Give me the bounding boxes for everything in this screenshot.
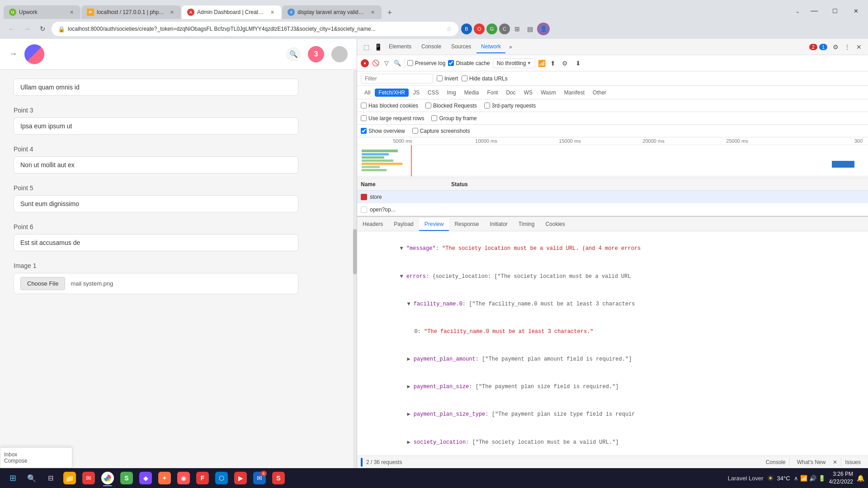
upwork-close-icon[interactable]: ✕ <box>68 9 75 16</box>
console-bottom-btn[interactable]: Console <box>762 458 790 466</box>
point5-input[interactable] <box>14 195 298 212</box>
whats-new-btn[interactable]: What's New <box>793 458 830 466</box>
console-tab[interactable]: Console <box>417 41 446 53</box>
large-rows-checkbox[interactable] <box>361 115 367 121</box>
back-arrow-btn[interactable]: → <box>9 49 17 59</box>
details-tab-response[interactable]: Response <box>449 218 484 231</box>
clock[interactable]: 3:26 PM 4/22/2022 <box>829 470 853 486</box>
taskbar-app-chrome[interactable] <box>99 469 117 487</box>
network-row-open[interactable]: open?op... <box>357 203 868 216</box>
taskbar-app-s1[interactable]: S <box>118 469 136 487</box>
taskbar-app-orange[interactable]: ✦ <box>156 469 174 487</box>
settings-icon[interactable]: ⚙ <box>830 42 841 52</box>
invert-label[interactable]: Invert <box>437 75 458 82</box>
choose-file-btn[interactable]: Choose File <box>20 277 65 290</box>
refresh-btn[interactable]: ↻ <box>36 23 49 35</box>
tab-upwork[interactable]: U Upwork ✕ <box>4 5 80 19</box>
capture-screenshots-label[interactable]: Capture screenshots <box>412 128 470 134</box>
start-btn[interactable]: ⊞ <box>4 469 22 487</box>
search-icon2[interactable]: 🔍 <box>393 59 401 67</box>
header-avatar[interactable] <box>331 46 348 62</box>
show-overview-checkbox[interactable] <box>361 128 367 134</box>
notification-badge[interactable]: 3 <box>308 46 324 62</box>
large-rows-label[interactable]: Use large request rows <box>361 115 424 122</box>
download-icon[interactable]: ⬇ <box>574 59 583 68</box>
filter-icon[interactable]: ▽ <box>382 59 391 67</box>
sources-tab[interactable]: Sources <box>447 41 476 53</box>
admin-close-icon[interactable]: ✕ <box>269 9 276 16</box>
taskbar-app-email[interactable]: ✉ <box>80 469 98 487</box>
has-blocked-cookies-label[interactable]: Has blocked cookies <box>361 103 418 109</box>
point6-input[interactable] <box>14 234 298 251</box>
taskbar-app-purple[interactable]: ◆ <box>137 469 155 487</box>
record-btn[interactable]: ● <box>361 59 369 67</box>
blocked-requests-label[interactable]: Blocked Requests <box>425 103 477 109</box>
new-tab-btn[interactable]: + <box>383 6 396 19</box>
point4-input[interactable] <box>14 156 298 174</box>
tab-phpmyadmin[interactable]: P localhost / 127.0.0.1 | phpMyAdm... ✕ <box>81 5 181 19</box>
tray-battery-icon[interactable]: 🔋 <box>818 475 826 482</box>
has-blocked-cookies-checkbox[interactable] <box>361 103 367 108</box>
tab-more-btn[interactable]: ⌄ <box>791 5 804 17</box>
close-btn[interactable]: ✕ <box>845 4 866 18</box>
filter-js[interactable]: JS <box>410 89 423 97</box>
search-icon[interactable]: 🔍 <box>286 47 301 61</box>
device-icon[interactable]: 📱 <box>373 42 383 52</box>
settings-icon2[interactable]: ⚙ <box>560 59 569 68</box>
whats-new-close-icon[interactable]: ✕ <box>833 459 837 465</box>
tab-admin-dashboard[interactable]: A Admin Dashboard | Create Socie... ✕ <box>182 5 281 19</box>
blocked-requests-checkbox[interactable] <box>425 103 431 108</box>
details-tab-preview[interactable]: Preview <box>419 218 449 231</box>
tray-up-arrow[interactable]: ∧ <box>794 475 798 482</box>
third-party-label[interactable]: 3rd-party requests <box>484 103 536 109</box>
filter-fetch-xhr[interactable]: Fetch/XHR <box>375 89 409 97</box>
details-tab-cookies[interactable]: Cookies <box>540 218 570 231</box>
filter-doc[interactable]: Doc <box>502 89 519 97</box>
filter-manifest[interactable]: Manifest <box>561 89 588 97</box>
forward-btn[interactable]: → <box>21 23 33 35</box>
taskbar-app-vscode[interactable]: ⬡ <box>212 469 231 487</box>
group-frame-label[interactable]: Group by frame <box>431 115 476 122</box>
point3-input[interactable] <box>14 117 298 135</box>
bookmark-icon[interactable]: ☆ <box>446 25 452 33</box>
hide-data-urls-label[interactable]: Hide data URLs <box>462 75 508 82</box>
show-overview-label[interactable]: Show overview <box>361 128 405 134</box>
taskbar-app-s2[interactable]: S <box>269 469 288 487</box>
address-bar[interactable]: 🔒 localhost:8000/auth/societies/create?_… <box>52 22 458 36</box>
point2-input[interactable] <box>14 79 298 96</box>
third-party-checkbox[interactable] <box>484 103 490 108</box>
filter-all[interactable]: All <box>361 89 374 97</box>
clear-btn[interactable]: 🚫 <box>372 59 380 67</box>
devtools-close-icon[interactable]: ✕ <box>854 42 864 52</box>
capture-screenshots-checkbox[interactable] <box>412 128 418 134</box>
tray-network-icon[interactable]: 📶 <box>800 475 807 482</box>
filter-media[interactable]: Media <box>461 89 483 97</box>
disable-cache-label[interactable]: Disable cache <box>448 60 490 66</box>
sidebar-btn[interactable]: ▤ <box>524 23 535 34</box>
taskbar-app-fileexplorer[interactable]: 📁 <box>61 469 79 487</box>
invert-checkbox[interactable] <box>437 75 443 81</box>
inspect-icon[interactable]: ⬚ <box>361 42 372 52</box>
network-tab[interactable]: Network <box>476 41 505 53</box>
filter-img[interactable]: Img <box>443 89 460 97</box>
taskbar-app-red[interactable]: ◉ <box>175 469 193 487</box>
devtools-more-icon[interactable]: ⋮ <box>842 42 853 52</box>
details-tab-payload[interactable]: Payload <box>388 218 419 231</box>
network-row-store[interactable]: store <box>357 191 868 203</box>
preserve-log-label[interactable]: Preserve log <box>407 60 445 66</box>
taskbar-search-btn[interactable]: 🔍 <box>23 469 41 487</box>
task-view-btn[interactable]: ⊟ <box>42 469 60 487</box>
filter-input[interactable] <box>361 74 433 84</box>
details-tab-headers[interactable]: Headers <box>357 218 388 231</box>
extensions-btn[interactable]: ⊞ <box>512 23 523 34</box>
taskbar-app-media[interactable]: ▶ <box>231 469 250 487</box>
filter-ws[interactable]: WS <box>520 89 536 97</box>
elements-tab[interactable]: Elements <box>384 41 416 53</box>
back-btn[interactable]: ← <box>5 23 18 35</box>
page-scrollbar[interactable] <box>353 70 357 468</box>
tray-volume-icon[interactable]: 🔊 <box>809 475 816 482</box>
more-tabs-btn[interactable]: » <box>506 41 515 53</box>
filter-wasm[interactable]: Wasm <box>537 89 560 97</box>
laravel-close-icon[interactable]: ✕ <box>369 9 376 16</box>
filter-font[interactable]: Font <box>483 89 501 97</box>
